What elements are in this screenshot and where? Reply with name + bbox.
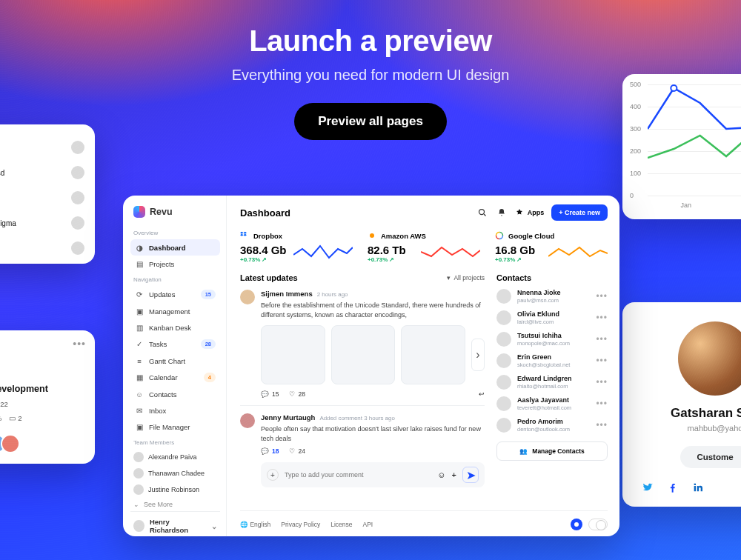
more-icon[interactable]: ••• [596,313,608,323]
contact-row[interactable]: Erin Greenskoch@sbcglobal.net••• [496,353,608,368]
contact-row[interactable]: Edward Lindgrenrhialto@hotmail.com••• [496,375,608,390]
sidebar-item-files[interactable]: ▣File Manager [130,419,220,435]
sidebar-item-projects[interactable]: ▤Projects [130,256,220,272]
see-more-link[interactable]: ⌄See More [130,498,220,511]
likes-button[interactable]: ♡ 24 [289,447,305,455]
sidebar-item-contacts[interactable]: ☺Contacts [130,386,220,402]
sidebar-item-calendar[interactable]: ▦Calendar4 [130,369,220,386]
count-badge: 28 [201,339,216,349]
more-icon[interactable]: ••• [73,338,86,350]
more-icon[interactable]: ••• [596,399,608,409]
more-icon[interactable]: ••• [596,356,608,366]
current-user[interactable]: Henry Richardson⌄ [130,511,220,540]
attachment-thumb[interactable] [401,325,465,384]
stat-aws[interactable]: Amazon AWS 82.6 Tb +0.73% ↗ [368,231,480,263]
file-row[interactable]: .sketch [0,135,84,160]
contacts-heading: Contacts [496,273,608,282]
sidebar-item-inbox[interactable]: ✉Inbox [130,402,220,419]
stat-dropbox[interactable]: Dropbox 368.4 Gb +0.73% ↗ [240,231,353,263]
add-icon[interactable]: + [452,470,456,479]
more-icon[interactable]: ••• [596,420,608,430]
file-name: templates.psd [0,169,4,177]
section-header: Navigation [130,272,220,286]
role-pill[interactable]: Custome [680,446,741,468]
share-icon[interactable]: ↩ [479,390,485,398]
sidebar-item-kanban[interactable]: ▥Kanban Desk [130,319,220,336]
team-member[interactable]: Alexandre Paiva [130,449,220,465]
contact-row[interactable]: Pedro Amorimdenton@outlook.com••• [496,418,608,433]
contact-row[interactable]: Aaslya Jayavantteverett@hotmail.com••• [496,396,608,411]
post-time: 2 hours ago [317,291,348,298]
comments-button[interactable]: 💬 18 [261,447,279,455]
aws-icon [368,231,376,240]
contact-row[interactable]: Tsutsui Ichihamonopole@mac.com••• [496,332,608,347]
gauge-icon: ◑ [135,243,144,252]
contact-row[interactable]: Olivia Eklundlaird@live.com••• [496,310,608,325]
likes-button[interactable]: ♡ 28 [289,390,305,398]
brand-logo[interactable]: Revu [130,204,220,225]
bell-icon[interactable] [496,207,508,219]
avatar [71,241,84,255]
record-icon[interactable] [571,519,582,530]
sidebar-item-gantt[interactable]: ≡Gantt Chart [130,353,220,369]
comment-input[interactable] [285,471,431,479]
sidebar-item-management[interactable]: ▣Management [130,303,220,319]
project-stats: ☑ 2 ◔ 80% ▭ 2 [0,414,84,422]
team-member[interactable]: Thanawan Chadee [130,465,220,481]
create-new-button[interactable]: + Create new [551,204,608,221]
search-icon[interactable] [476,207,488,219]
feed-heading: Latest updates [240,273,298,282]
y-tick: 200 [630,147,641,155]
chevron-down-icon: ⌄ [211,522,217,530]
avatar [678,321,741,396]
project-card: ••• lection development 🗓 03 Dec 2022 ☑ … [0,330,95,464]
profile-card: Gatsharan San mahbub@yaho Custome [622,302,741,507]
send-button[interactable]: ➤ [462,467,479,483]
all-projects-filter[interactable]: ▾All projects [447,274,485,281]
file-row[interactable]: tor.ai [0,185,84,210]
theme-toggle[interactable] [588,519,608,530]
more-icon[interactable]: ••• [596,291,608,301]
logo-icon [133,206,145,218]
y-tick: 100 [630,170,641,177]
attachment-thumb[interactable] [331,325,396,384]
sidebar-item-updates[interactable]: ⟳Updates15 [130,286,220,303]
manage-contacts-button[interactable]: 👥Manage Contacts [496,441,608,461]
preview-all-button[interactable]: Preview all pages [294,103,447,140]
avatar [133,520,144,532]
file-row[interactable]: lsx [0,236,84,261]
footer-link[interactable]: API [362,521,373,528]
language-select[interactable]: 🌐 English [240,521,270,528]
file-name: ne for team.figma [0,219,16,227]
facebook-icon[interactable] [667,481,679,493]
attachment-thumb[interactable] [261,325,325,384]
post-author: Jenny Murtaugh [261,413,315,421]
comments-button[interactable]: 💬 15 [261,390,279,398]
file-row[interactable]: templates.psd [0,160,84,185]
next-arrow-icon[interactable]: › [471,339,485,371]
sidebar: Revu Overview ◑Dashboard ▤Projects Navig… [123,196,227,536]
emoji-icon[interactable]: ☺ [437,470,445,479]
sidebar-item-tasks[interactable]: ✓Tasks28 [130,336,220,353]
team-member[interactable]: Justine Robinson [130,481,220,498]
storage-stats: Dropbox 368.4 Gb +0.73% ↗ Amazon AWS 82.… [240,231,608,263]
stat-gcloud[interactable]: Google Cloud 16.8 Gb +0.73% ↗ [495,231,608,263]
avatar [71,191,84,204]
sidebar-item-dashboard[interactable]: ◑Dashboard [130,239,220,256]
x-tick: Jan [680,201,691,209]
contacts-panel: Contacts Nnenna Jiokepaulv@msn.com••• Ol… [496,273,608,510]
file-row[interactable]: ne for team.figma [0,210,84,236]
footer-link[interactable]: License [330,521,352,528]
linkedin-icon[interactable] [692,481,704,493]
add-attachment-button[interactable]: + [267,469,279,481]
more-icon[interactable]: ••• [596,377,608,387]
chart-card: 9:14:4 $8,42 500 400 300 200 100 0 Jan F… [622,74,741,219]
dashboard-window: Revu Overview ◑Dashboard ▤Projects Navig… [123,196,619,536]
more-icon[interactable]: ••• [596,334,608,344]
twitter-icon[interactable] [642,481,654,493]
footer-link[interactable]: Privacy Policy [281,521,320,528]
contact-row[interactable]: Nnenna Jiokepaulv@msn.com••• [496,289,608,304]
users-icon: 👥 [519,447,528,455]
apps-button[interactable]: Apps [515,208,545,217]
briefcase-icon: ▣ [135,307,144,316]
